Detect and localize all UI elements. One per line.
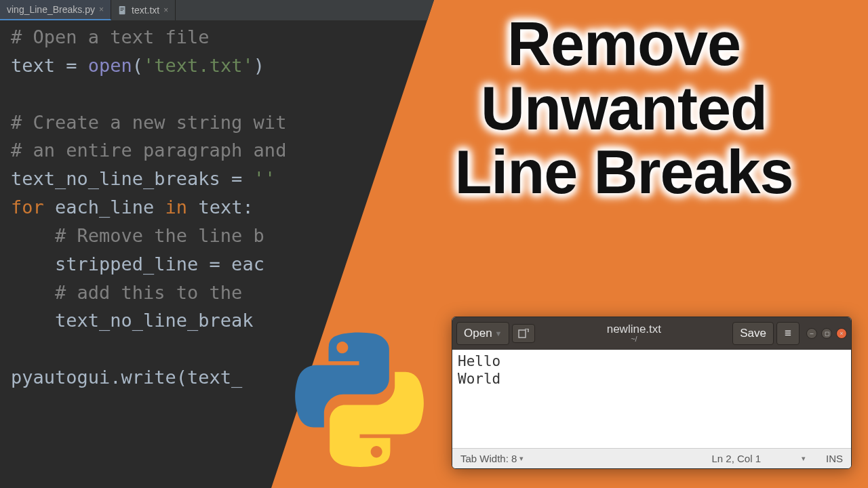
save-button[interactable]: Save: [732, 322, 774, 345]
gedit-status-bar: Tab Width: 8 ▾ Ln 2, Col 1 ▾ INS: [452, 448, 851, 468]
text-editor-window: Open ▼ newline.txt ~/ Save ≡ – ◻ × Hello: [452, 317, 852, 469]
svg-rect-1: [121, 8, 124, 9]
new-document-icon: [518, 329, 529, 338]
maximize-button[interactable]: ◻: [821, 328, 832, 339]
headline-line-1: Remove: [407, 12, 841, 77]
tab-python-file[interactable]: ving_Line_Breaks.py ×: [0, 0, 111, 20]
hamburger-icon: ≡: [785, 327, 791, 340]
insert-mode[interactable]: INS: [826, 453, 843, 464]
headline-line-3: Line Breaks: [407, 140, 841, 205]
open-button[interactable]: Open ▼: [456, 322, 509, 345]
chevron-down-icon: ▾: [519, 454, 524, 463]
menu-button[interactable]: ≡: [776, 322, 800, 345]
python-logo-icon: [292, 332, 427, 468]
gedit-titlebar: Open ▼ newline.txt ~/ Save ≡ – ◻ ×: [452, 317, 851, 350]
svg-rect-4: [519, 330, 526, 338]
cursor-position: Ln 2, Col 1: [711, 453, 761, 464]
tab-width-selector[interactable]: Tab Width: 8 ▾: [460, 453, 524, 464]
minimize-button[interactable]: –: [806, 328, 817, 339]
text-file-icon: [118, 5, 127, 15]
chevron-down-icon: ▼: [495, 329, 502, 338]
svg-rect-3: [121, 10, 123, 11]
close-button[interactable]: ×: [836, 328, 847, 339]
gedit-text-area[interactable]: Hello World: [452, 350, 851, 448]
tab-label: text.txt: [132, 5, 159, 16]
headline-line-2: Unwanted: [407, 77, 841, 141]
new-tab-button[interactable]: [512, 324, 535, 343]
window-controls: – ◻ ×: [806, 328, 847, 339]
svg-rect-2: [121, 9, 124, 9]
headline-text: Remove Unwanted Line Breaks: [407, 12, 841, 205]
close-icon[interactable]: ×: [163, 5, 168, 15]
close-icon[interactable]: ×: [99, 5, 104, 14]
tab-text-file[interactable]: text.txt ×: [111, 0, 176, 20]
gedit-title: newline.txt ~/: [538, 323, 730, 343]
chevron-down-icon[interactable]: ▾: [802, 454, 806, 463]
tab-label: ving_Line_Breaks.py: [7, 4, 95, 15]
